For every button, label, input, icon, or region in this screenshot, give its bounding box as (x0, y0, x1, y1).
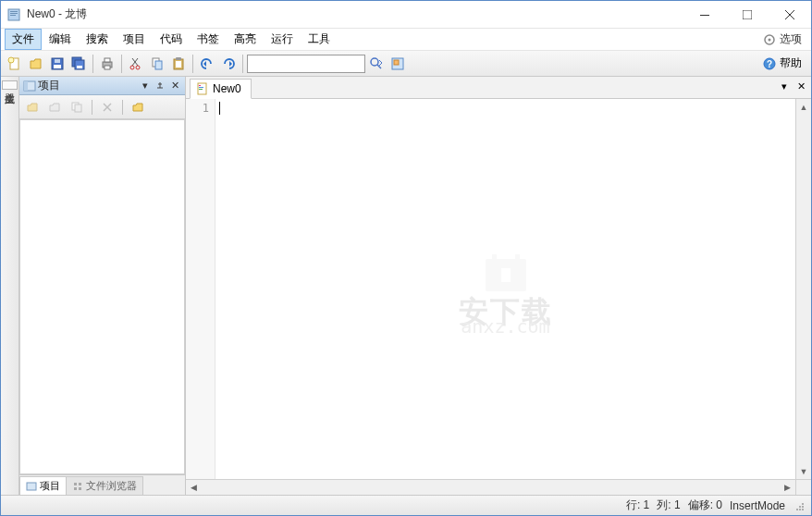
browser-tab-icon (72, 481, 83, 492)
scroll-left-icon[interactable]: ◀ (186, 480, 202, 495)
editor-gutter: 1 (186, 99, 215, 479)
svg-rect-33 (394, 60, 399, 65)
new-file-button[interactable] (5, 54, 25, 74)
svg-point-9 (769, 38, 771, 41)
scroll-up-icon[interactable]: ▲ (796, 99, 811, 115)
menu-file[interactable]: 文件 (5, 29, 42, 50)
close-button[interactable] (769, 1, 811, 29)
svg-point-55 (799, 509, 801, 510)
sidebar-tab-browser[interactable]: 文件浏览器 (66, 476, 143, 495)
watermark: 安下载 anxz.com (459, 245, 553, 334)
menu-code[interactable]: 代码 (153, 29, 190, 50)
copy-button[interactable] (147, 54, 167, 74)
svg-text:?: ? (767, 59, 772, 69)
cut-button[interactable] (126, 54, 146, 74)
toggle-view-button[interactable] (388, 54, 408, 74)
save-button[interactable] (47, 54, 68, 74)
menu-project[interactable]: 项目 (116, 29, 153, 50)
scroll-down-icon[interactable]: ▼ (796, 463, 811, 479)
svg-rect-13 (54, 65, 61, 68)
svg-point-23 (130, 66, 134, 69)
menu-run[interactable]: 运行 (264, 29, 301, 50)
sidebar-title: 项目 (38, 78, 60, 93)
menu-bookmark[interactable]: 书签 (190, 29, 227, 50)
svg-point-52 (799, 506, 801, 508)
status-row: 行: 1 (626, 498, 649, 513)
menu-highlight[interactable]: 高亮 (227, 29, 264, 50)
svg-point-30 (371, 58, 378, 66)
paste-button[interactable] (168, 54, 189, 74)
project-tab-icon (26, 481, 37, 492)
svg-rect-2 (10, 13, 18, 14)
watermark-text2: anxz.com (459, 319, 553, 334)
options-button[interactable]: 选项 (757, 30, 807, 49)
editor-tabstrip: New0 ▾ ✕ (186, 77, 811, 99)
sidebar-close-icon[interactable]: ✕ (168, 80, 181, 92)
menu-bar: 文件 编辑 搜索 项目 代码 书签 高亮 运行 工具 选项 (1, 29, 811, 51)
watermark-text1: 安下载 (459, 304, 553, 319)
menu-edit[interactable]: 编辑 (42, 29, 79, 50)
svg-point-54 (796, 509, 798, 510)
help-button[interactable]: ? 帮助 (757, 54, 807, 73)
sidebar-body[interactable] (19, 119, 185, 474)
svg-rect-28 (176, 61, 181, 68)
menu-tools[interactable]: 工具 (301, 29, 338, 50)
minimize-button[interactable] (683, 1, 726, 29)
svg-rect-39 (75, 104, 81, 112)
editor-tab-label: New0 (213, 82, 241, 95)
editor-tab-new0[interactable]: New0 (190, 79, 252, 99)
vertical-scrollbar[interactable]: ▲ ▼ (795, 99, 811, 479)
sidebar-openfolder-button[interactable] (129, 98, 147, 117)
svg-rect-50 (199, 89, 203, 90)
editor-tabs-dropdown-icon[interactable]: ▾ (778, 80, 791, 92)
sidebar-tab-project[interactable]: 项目 (19, 476, 67, 495)
main-window: New0 - 龙博 文件 编辑 搜索 项目 代码 书签 高亮 运行 工具 选项 (0, 0, 812, 516)
sidebar-header: 项目 ▾ ✕ (19, 77, 185, 95)
svg-rect-29 (176, 57, 181, 60)
save-all-button[interactable] (68, 54, 89, 74)
maximize-button[interactable] (726, 1, 769, 29)
open-file-button[interactable] (26, 54, 46, 74)
toolbar: ? 帮助 (1, 51, 811, 77)
editor-textarea[interactable]: 安下载 anxz.com (215, 99, 795, 479)
svg-rect-43 (74, 483, 77, 485)
dock-strip: 文生成器 (1, 77, 19, 495)
resize-grip-icon[interactable] (793, 499, 806, 512)
svg-rect-44 (79, 483, 81, 485)
svg-rect-49 (199, 87, 203, 88)
svg-rect-4 (700, 15, 709, 16)
sidebar-tab-browser-label: 文件浏览器 (86, 479, 137, 493)
sidebar: 项目 ▾ ✕ 项目 (19, 77, 186, 495)
file-icon (196, 82, 209, 95)
text-cursor (219, 102, 220, 115)
sidebar-new-folder-button[interactable] (45, 98, 64, 117)
options-label: 选项 (780, 31, 802, 47)
find-button[interactable] (366, 54, 387, 74)
redo-button[interactable] (218, 54, 239, 74)
sidebar-tab-project-label: 项目 (40, 479, 60, 493)
svg-rect-48 (199, 85, 201, 86)
sidebar-open-button[interactable] (23, 98, 42, 117)
editor-area: New0 ▾ ✕ 1 安下载 anxz.com (186, 77, 811, 495)
search-input[interactable] (247, 55, 365, 73)
scroll-right-icon[interactable]: ▶ (780, 480, 795, 495)
app-icon (6, 7, 21, 22)
sidebar-copy-button[interactable] (68, 98, 86, 117)
svg-rect-17 (77, 66, 82, 68)
undo-button[interactable] (197, 54, 217, 74)
menu-search[interactable]: 搜索 (79, 29, 116, 50)
svg-point-24 (136, 66, 140, 69)
sidebar-dropdown-icon[interactable]: ▾ (139, 80, 152, 92)
svg-rect-45 (74, 487, 77, 490)
scroll-corner (795, 480, 811, 495)
window-title: New0 - 龙博 (27, 6, 87, 22)
status-col: 列: 1 (657, 498, 680, 513)
sidebar-delete-button[interactable] (98, 98, 117, 117)
svg-rect-14 (55, 59, 60, 63)
horizontal-scrollbar[interactable]: ◀ ▶ (186, 479, 811, 495)
sidebar-pin-icon[interactable] (154, 80, 166, 92)
dock-tab-generator[interactable]: 文生成器 (2, 80, 18, 90)
print-button[interactable] (97, 54, 117, 74)
editor-tabs-close-icon[interactable]: ✕ (794, 80, 807, 92)
svg-rect-3 (10, 15, 16, 16)
